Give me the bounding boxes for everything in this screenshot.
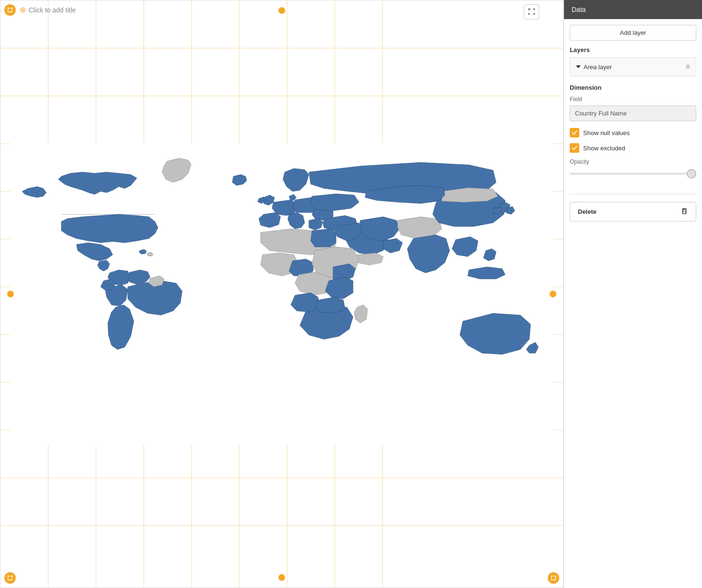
opacity-slider-thumb[interactable]	[687, 169, 696, 178]
show-excluded-label: Show excluded	[583, 145, 625, 152]
layer-name: Area layer	[584, 63, 612, 71]
layer-item: Area layer ≡	[570, 57, 696, 76]
edge-handle-bottom[interactable]	[278, 574, 285, 581]
layers-section: Layers Area layer ≡	[564, 46, 702, 78]
show-excluded-row: Show excluded	[570, 143, 696, 153]
opacity-slider-fill	[570, 173, 690, 175]
dimension-title: Dimension	[570, 84, 696, 91]
canvas-area: ⊕ Click to add title	[0, 0, 564, 588]
canvas-title[interactable]: ⊕ Click to add title	[20, 5, 76, 14]
add-title-icon: ⊕	[20, 5, 26, 14]
layer-menu-icon[interactable]: ≡	[686, 63, 690, 71]
trash-icon	[681, 207, 688, 216]
expand-button[interactable]	[524, 4, 539, 20]
corner-handle-tl[interactable]	[4, 4, 16, 16]
edge-handle-left[interactable]	[7, 291, 14, 297]
corner-handle-bl[interactable]	[4, 572, 16, 584]
opacity-section: Opacity	[570, 158, 696, 178]
show-null-label: Show null values	[583, 129, 630, 136]
edge-handle-right[interactable]	[550, 291, 556, 297]
field-label: Field	[570, 96, 696, 103]
map-container	[10, 29, 553, 559]
edge-handle-top[interactable]	[278, 7, 285, 14]
opacity-slider-container	[570, 169, 696, 178]
layers-label: Layers	[570, 46, 696, 53]
dimension-panel: Dimension Field Country Full Name Show n…	[564, 78, 702, 194]
panel-header: Data	[564, 0, 702, 19]
opacity-label: Opacity	[570, 158, 696, 165]
show-null-checkbox[interactable]	[570, 128, 579, 137]
layer-expand-arrow	[576, 65, 581, 68]
delete-button[interactable]: Delete	[570, 202, 696, 221]
layer-header[interactable]: Area layer ≡	[570, 58, 696, 76]
opacity-slider-track	[570, 173, 696, 175]
panel-divider	[570, 194, 696, 194]
show-excluded-checkbox[interactable]	[570, 143, 579, 153]
delete-label: Delete	[578, 208, 596, 215]
panel-title: Data	[572, 6, 586, 13]
svg-rect-21	[682, 210, 686, 214]
right-panel: Data Add layer Layers Area layer ≡ Dimen…	[564, 0, 702, 588]
corner-handle-br[interactable]	[548, 572, 559, 584]
add-layer-button[interactable]: Add layer	[570, 25, 696, 41]
layer-header-left: Area layer	[576, 63, 612, 71]
show-null-row: Show null values	[570, 128, 696, 137]
world-map	[10, 108, 553, 480]
canvas-title-text: Click to add title	[29, 6, 76, 14]
field-input[interactable]: Country Full Name	[570, 105, 696, 121]
